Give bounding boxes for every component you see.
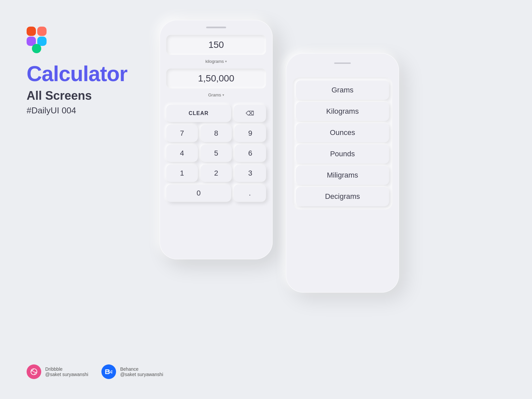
- dropdown-item-decigrams[interactable]: Decigrams: [296, 187, 389, 206]
- clear-button[interactable]: CLEAR: [166, 105, 231, 122]
- app-subtitle: All Screens: [27, 89, 127, 103]
- dropdown-item-grams[interactable]: Grams: [296, 80, 389, 100]
- phone2-notch: [334, 63, 351, 64]
- key-3[interactable]: 3: [234, 165, 266, 182]
- unit-selector-grams[interactable]: Grams ▾: [208, 92, 224, 97]
- output-grams-wrapper: 1,50,000: [166, 68, 266, 88]
- unit-dropdown-list: GramsKilogramsOuncesPoundsMiligramsDecig…: [293, 77, 392, 209]
- unit-kg-label: kilograms: [205, 59, 224, 64]
- unit-grams-arrow: ▾: [222, 93, 224, 97]
- svg-rect-1: [37, 27, 47, 36]
- behance-text: Behance @saket suryawanshi: [120, 366, 163, 377]
- key-0[interactable]: 0: [166, 185, 231, 202]
- unit-selector-kg[interactable]: kilograms ▾: [205, 59, 227, 64]
- keypad-row-clear: CLEAR ⌫: [166, 105, 266, 122]
- key-dot[interactable]: .: [234, 185, 266, 202]
- behance-link[interactable]: Behance @saket suryawanshi: [101, 364, 163, 379]
- social-links: Dribbble @saket suryawanshi Behance @sak…: [27, 364, 163, 379]
- daily-ui-tag: #DailyUI 004: [27, 105, 127, 116]
- app-title: Calculator: [27, 62, 127, 86]
- svg-rect-4: [32, 44, 41, 53]
- key-5[interactable]: 5: [200, 145, 232, 162]
- dropdown-item-pounds[interactable]: Pounds: [296, 144, 389, 164]
- dropdown-item-kilograms[interactable]: Kilograms: [296, 102, 389, 121]
- keypad-row-789: 7 8 9: [166, 125, 266, 142]
- title-area: Calculator All Screens #DailyUI 004: [27, 62, 127, 116]
- unit-kg-arrow: ▾: [225, 60, 227, 63]
- output-grams-value[interactable]: 1,50,000: [166, 68, 266, 88]
- phone-notch: [206, 27, 226, 28]
- keypad-row-123: 1 2 3: [166, 165, 266, 182]
- key-1[interactable]: 1: [166, 165, 198, 182]
- keypad-row-0dot: 0 .: [166, 185, 266, 202]
- input-kg-wrapper: 150: [166, 35, 266, 55]
- key-4[interactable]: 4: [166, 145, 198, 162]
- phone-dropdown: GramsKilogramsOuncesPoundsMiligramsDecig…: [286, 53, 399, 293]
- input-kg-value[interactable]: 150: [166, 35, 266, 55]
- key-7[interactable]: 7: [166, 125, 198, 142]
- dribbble-text: Dribbble @saket suryawanshi: [45, 366, 88, 377]
- figma-logo: [27, 27, 47, 53]
- keypad-row-456: 4 5 6: [166, 145, 266, 162]
- dropdown-item-ounces[interactable]: Ounces: [296, 123, 389, 142]
- phone-calculator: 150 kilograms ▾ 1,50,000 Grams ▾ CLEAR ⌫…: [160, 20, 273, 259]
- keypad: CLEAR ⌫ 7 8 9 4 5 6 1 2 3 0 .: [166, 105, 266, 202]
- dropdown-item-miligrams[interactable]: Miligrams: [296, 166, 389, 185]
- key-2[interactable]: 2: [200, 165, 232, 182]
- dribbble-icon: [27, 364, 41, 379]
- key-6[interactable]: 6: [234, 145, 266, 162]
- key-9[interactable]: 9: [234, 125, 266, 142]
- svg-rect-0: [27, 27, 36, 36]
- backspace-button[interactable]: ⌫: [234, 105, 266, 122]
- behance-icon: [101, 364, 116, 379]
- dribbble-link[interactable]: Dribbble @saket suryawanshi: [27, 364, 88, 379]
- key-8[interactable]: 8: [200, 125, 232, 142]
- unit-grams-label: Grams: [208, 92, 221, 97]
